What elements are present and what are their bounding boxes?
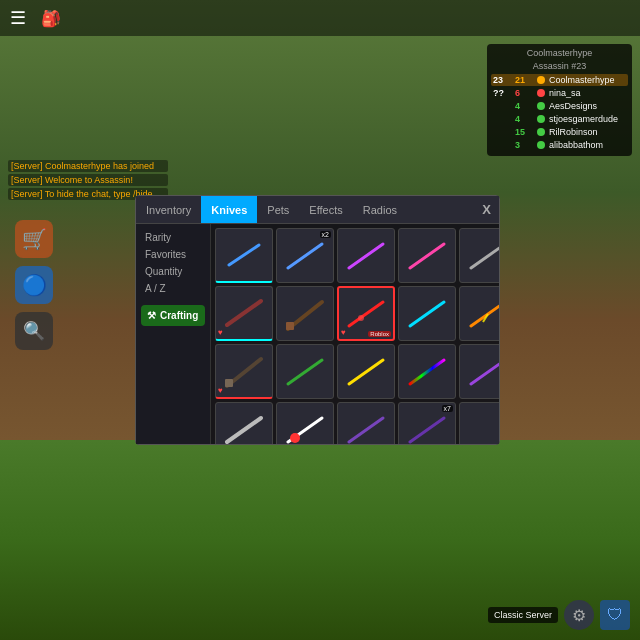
score-dot-2: [537, 89, 545, 97]
knife-visual-3-0: [219, 410, 269, 445]
scoreboard-title: Coolmasterhype: [491, 48, 628, 58]
grid-item-0-4[interactable]: [459, 228, 499, 283]
svg-line-19: [471, 302, 499, 326]
knife-visual-0-0: [219, 235, 269, 275]
knife-visual-0-1: [280, 236, 330, 276]
grid-item-1-4[interactable]: [459, 286, 499, 341]
svg-point-16: [358, 315, 364, 321]
score-row-6: 3 alibabbathom: [491, 139, 628, 151]
score-dot-4: [537, 115, 545, 123]
grid-item-1-2[interactable]: ♥ Roblox: [337, 286, 395, 341]
score-row-5: 15 RilRobinson: [491, 126, 628, 138]
grid-item-1-3[interactable]: [398, 286, 456, 341]
svg-line-2: [288, 244, 322, 268]
grid-item-3-1[interactable]: [276, 402, 334, 444]
tab-inventory[interactable]: Inventory: [136, 196, 201, 223]
grid-item-0-2[interactable]: [337, 228, 395, 283]
grid-item-0-0[interactable]: [215, 228, 273, 283]
content-area: Rarity Favorites Quantity A / Z ⚒ Crafti…: [136, 224, 499, 444]
knife-visual-2-2: [341, 352, 391, 392]
crafting-button[interactable]: ⚒ Crafting: [141, 305, 205, 326]
score-row-3: 4 AesDesigns: [491, 100, 628, 112]
knife-visual-1-2: [341, 294, 391, 334]
svg-line-32: [227, 418, 261, 442]
chat-message-2: [Server] Welcome to Assassin!: [8, 174, 168, 186]
grid-item-2-4[interactable]: [459, 344, 499, 399]
knife-visual-1-4: [463, 294, 499, 334]
knife-visual-1-3: [402, 294, 452, 334]
knife-visual-0-4: [463, 236, 499, 276]
score-dot-5: [537, 128, 545, 136]
crafting-label: Crafting: [160, 310, 198, 321]
grid-item-1-0[interactable]: ♥: [215, 286, 273, 341]
tab-pets[interactable]: Pets: [257, 196, 299, 223]
grid-item-3-0[interactable]: [215, 402, 273, 444]
bag-icon[interactable]: 🎒: [41, 9, 61, 28]
knife-visual-1-1: [280, 294, 330, 334]
knife-visual-2-3: [402, 352, 452, 392]
left-icons: 🛒 🔵 🔍: [15, 220, 53, 350]
grid-item-3-3[interactable]: x7: [398, 402, 456, 444]
item-badge-3-3: x7: [442, 405, 453, 412]
left-sidebar: Rarity Favorites Quantity A / Z ⚒ Crafti…: [136, 224, 211, 444]
menu-icon[interactable]: ☰: [10, 7, 26, 29]
grid-area: x2: [211, 224, 499, 444]
heart-icon-1-0: ♥: [218, 328, 223, 337]
knife-visual-0-2: [341, 236, 391, 276]
svg-line-6: [410, 244, 444, 268]
score-row-1: 23 21 Coolmasterhype: [491, 74, 628, 86]
knife-visual-0-3: [402, 236, 452, 276]
heart-icon-1-2: ♥: [341, 328, 346, 337]
heart-icon-2-0: ♥: [218, 386, 223, 395]
tab-knives[interactable]: Knives: [201, 196, 257, 223]
grid-item-0-3[interactable]: [398, 228, 456, 283]
score-dot-1: [537, 76, 545, 84]
search-icon[interactable]: 🔍: [15, 312, 53, 350]
score-row-2: ?? 6 nina_sa: [491, 87, 628, 99]
item-grid: x2: [215, 228, 495, 444]
score-dot-6: [537, 141, 545, 149]
grid-item-2-2[interactable]: [337, 344, 395, 399]
svg-line-24: [288, 360, 322, 384]
svg-point-35: [290, 433, 300, 443]
knife-visual-3-3: [402, 410, 452, 445]
sidebar-quantity[interactable]: Quantity: [141, 263, 205, 280]
top-bar: ☰ 🎒: [0, 0, 640, 36]
knife-visual-3-1: [280, 410, 330, 445]
sidebar-favorites[interactable]: Favorites: [141, 246, 205, 263]
svg-rect-23: [225, 379, 233, 387]
blue-icon[interactable]: 🔵: [15, 266, 53, 304]
score-row-4: 4 stjoesgamerdude: [491, 113, 628, 125]
grid-item-2-3[interactable]: [398, 344, 456, 399]
chat-message-1: [Server] Coolmasterhype has joined: [8, 160, 168, 172]
svg-line-14: [349, 302, 383, 326]
scoreboard: Coolmasterhype Assassin #23 23 21 Coolma…: [487, 44, 632, 156]
sidebar-az[interactable]: A / Z: [141, 280, 205, 297]
grid-item-2-1[interactable]: [276, 344, 334, 399]
svg-line-37: [349, 418, 383, 442]
sidebar-rarity[interactable]: Rarity: [141, 229, 205, 246]
item-badge-0-1: x2: [320, 231, 331, 238]
svg-line-10: [227, 301, 261, 325]
grid-item-3-2[interactable]: [337, 402, 395, 444]
shield-button[interactable]: 🛡: [600, 600, 630, 630]
svg-rect-13: [286, 322, 294, 330]
knife-visual-1-0: [219, 293, 269, 333]
server-label: Classic Server: [488, 607, 558, 623]
knife-visual-3-2: [341, 410, 391, 445]
gear-button[interactable]: ⚙: [564, 600, 594, 630]
grid-item-0-1[interactable]: x2: [276, 228, 334, 283]
tab-effects[interactable]: Effects: [299, 196, 352, 223]
grid-item-2-0[interactable]: ♥: [215, 344, 273, 399]
grid-item-3-4[interactable]: [459, 402, 499, 444]
svg-line-39: [410, 418, 444, 442]
svg-line-8: [471, 244, 499, 268]
cart-icon[interactable]: 🛒: [15, 220, 53, 258]
bottom-right-controls: Classic Server ⚙ 🛡: [488, 600, 630, 630]
tabs-row: Inventory Knives Pets Effects Radios X: [136, 196, 499, 224]
crafting-icon: ⚒: [147, 310, 156, 321]
tab-radios[interactable]: Radios: [353, 196, 407, 223]
grid-item-1-1[interactable]: [276, 286, 334, 341]
knife-visual-2-1: [280, 352, 330, 392]
close-button[interactable]: X: [474, 198, 499, 221]
